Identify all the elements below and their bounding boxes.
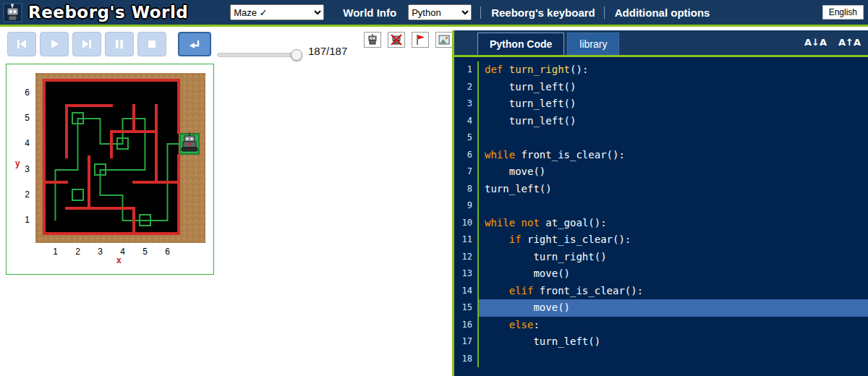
robot-button[interactable] [364, 32, 381, 48]
code-line: 13 move() [454, 265, 868, 283]
line-number: 7 [454, 163, 477, 181]
code-text [477, 197, 868, 215]
reeborg-keyboard-button[interactable]: Reeborg's keyboard [480, 7, 595, 19]
y-axis-tick: 4 [20, 138, 30, 148]
line-number: 13 [454, 265, 477, 283]
line-number: 14 [454, 283, 477, 300]
line-number: 1 [454, 61, 477, 79]
code-line: 3 turn_left() [454, 95, 868, 113]
pause-button[interactable] [105, 32, 134, 56]
tab-python-code[interactable]: Python Code [477, 33, 564, 55]
app-title: Reeborg's World [28, 3, 188, 22]
code-text: move() [477, 265, 868, 283]
enter-arrow-icon [187, 37, 203, 51]
y-axis-tick: 6 [20, 87, 30, 98]
code-line: 11 if right_is_clear(): [454, 231, 868, 249]
play-icon [47, 37, 61, 51]
reeborg-app: Reeborg's World Maze ✓ World Info Python… [0, 0, 868, 376]
code-text: turn_left() [477, 333, 868, 351]
x-axis-tick: 1 [51, 247, 60, 257]
code-line: 15 move() [454, 299, 868, 317]
line-number: 8 [454, 181, 477, 198]
highlighted-code-text: move() [477, 299, 868, 317]
step-enter-button[interactable] [178, 32, 211, 56]
code-text [477, 129, 868, 147]
playback-toolbar: 187/187 [0, 30, 448, 64]
robot-icon [366, 33, 379, 46]
slider-track[interactable] [217, 53, 302, 57]
skip-to-start-icon [14, 37, 29, 51]
skip-to-start-button[interactable] [7, 32, 36, 56]
line-number: 12 [454, 249, 477, 266]
code-editor-panel: Python Code library A↓A A↑A 1def turn_ri… [452, 30, 868, 376]
code-line: 9 [454, 197, 868, 215]
pause-icon [112, 37, 127, 51]
code-text: while not at_goal(): [477, 215, 868, 232]
line-number: 6 [454, 147, 477, 164]
code-text: turn_left() [477, 113, 868, 130]
code-line: 8turn_left() [454, 181, 868, 198]
line-number: 10 [454, 215, 477, 232]
code-line: 1def turn_right(): [454, 61, 868, 79]
code-line: 6while front_is_clear(): [454, 147, 868, 164]
x-axis-tick: 6 [163, 247, 172, 257]
skip-to-end-icon [80, 37, 94, 51]
maze-canvas [35, 73, 205, 243]
x-axis-tick: 3 [96, 247, 105, 257]
header: Reeborg's World Maze ✓ World Info Python… [0, 0, 868, 27]
world-info-button[interactable]: World Info [343, 7, 396, 19]
world-select[interactable]: Maze ✓ [230, 4, 324, 20]
red-flag-icon [414, 33, 427, 46]
tab-library[interactable]: library [567, 33, 619, 55]
code-line: 18 [454, 351, 868, 368]
remove-robot-button[interactable] [388, 32, 405, 48]
additional-options-button[interactable]: Additional options [604, 7, 710, 19]
code-text: turn_left() [477, 79, 868, 96]
line-number: 4 [454, 113, 477, 130]
code-text [477, 351, 868, 368]
speed-slider[interactable] [217, 49, 302, 61]
programming-language-select[interactable]: Python [408, 4, 472, 20]
code-text: move() [477, 163, 868, 181]
code-text: else: [477, 317, 868, 334]
world-display-buttons [364, 32, 453, 48]
ui-language-button[interactable]: English [822, 5, 864, 20]
playback-buttons [7, 32, 166, 56]
code-text: if right_is_clear(): [477, 231, 868, 249]
code-text: turn_left() [477, 181, 868, 198]
code-line: 14 elif front_is_clear(): [454, 283, 868, 300]
line-number: 16 [454, 317, 477, 334]
increase-font-button[interactable]: A↑A [838, 37, 861, 48]
code-line: 17 turn_left() [454, 333, 868, 351]
decrease-font-button[interactable]: A↓A [804, 37, 827, 48]
y-axis-tick: 5 [20, 113, 30, 123]
code-text: def turn_right(): [477, 61, 868, 79]
line-number: 17 [454, 333, 477, 351]
slider-thumb[interactable] [291, 49, 302, 61]
code-line: 2 turn_left() [454, 79, 868, 96]
code-line: 10while not at_goal(): [454, 215, 868, 232]
y-axis-tick: 3 [20, 164, 30, 174]
code-area[interactable]: 1def turn_right():2 turn_left()3 turn_le… [454, 57, 868, 367]
code-text: elif front_is_clear(): [477, 283, 868, 300]
y-axis-tick: 2 [20, 189, 30, 200]
font-size-controls: A↓A A↑A [804, 37, 861, 48]
robot-logo-icon [3, 3, 22, 22]
editor-tab-bar: Python Code library A↓A A↑A [454, 30, 868, 57]
skip-to-end-button[interactable] [72, 32, 101, 56]
code-text: while front_is_clear(): [477, 147, 868, 164]
y-axis-name: y [15, 158, 20, 168]
line-number: 11 [454, 231, 477, 249]
play-button[interactable] [40, 32, 69, 56]
x-axis-tick: 2 [74, 247, 82, 257]
background-image-button[interactable] [435, 32, 453, 48]
robot-removed-icon [390, 33, 403, 46]
code-line: 16 else: [454, 317, 868, 334]
stop-button[interactable] [137, 32, 166, 56]
line-number: 15 [454, 299, 477, 317]
code-text: turn_right() [477, 249, 868, 266]
code-line: 7 move() [454, 163, 868, 181]
line-number: 2 [454, 79, 477, 96]
code-line: 12 turn_right() [454, 249, 868, 266]
flag-button[interactable] [412, 32, 429, 48]
